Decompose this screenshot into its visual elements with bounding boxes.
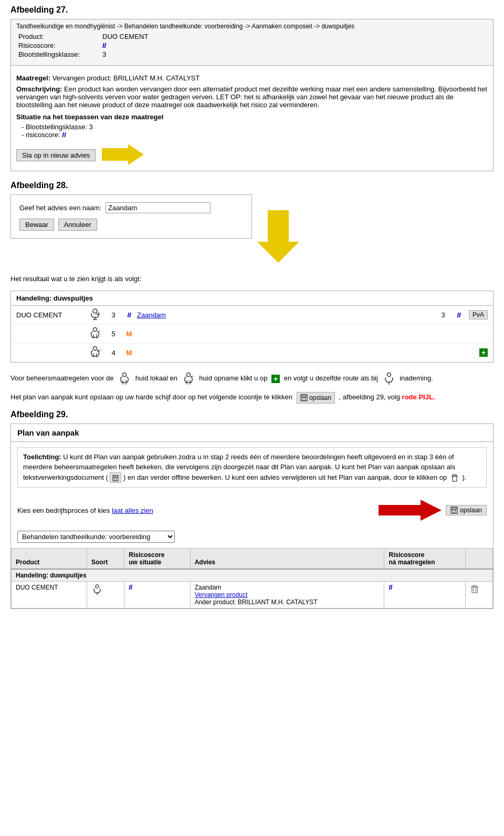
advies-link[interactable]: Vervangen product: [195, 591, 248, 598]
fig29-box: Plan van aanpak Toelichting: U kunt dit …: [10, 424, 494, 610]
omschrijving-text: Een product kan worden vervangen door ee…: [16, 85, 487, 109]
result-icon-3: [85, 346, 106, 360]
fig29-title: Afbeelding 29.: [10, 410, 494, 419]
main-container: Afbeelding 27. Tandheelkundige en mondhy…: [0, 0, 504, 622]
svg-point-2: [93, 309, 97, 313]
toelichting-save-icon: [110, 472, 121, 483]
plus-icon[interactable]: +: [479, 348, 488, 357]
plan-risico-na: II: [384, 582, 466, 608]
result-product-1: DUO CEMENT: [16, 311, 85, 319]
text-para-1-mid2: huid opname klikt u op: [199, 374, 267, 382]
omschrijving-label: Omschrijving:: [16, 85, 62, 93]
save-new-advies-button[interactable]: Sla op in nieuw advies: [16, 149, 96, 161]
result-num-1: 3: [106, 311, 121, 319]
th-advies: Advies: [190, 549, 384, 570]
yellow-arrow-down-left-container: [257, 210, 299, 264]
svg-point-8: [186, 373, 190, 376]
situation-item-1: Blootstellingsklasse: 3: [22, 123, 488, 131]
fig27-body: Maatregel: Vervangen product: BRILLIANT …: [11, 66, 493, 171]
bloot-value: 3: [100, 50, 488, 59]
result-row-2: 5 M: [11, 325, 493, 344]
bedrijfsproces-select[interactable]: Behandelen tandheelkunde: voorbereiding: [17, 531, 175, 543]
plan-table: Product Soort Risicoscoreuw situatie Adv…: [11, 548, 493, 608]
bewaar-button[interactable]: Bewaar: [19, 219, 54, 231]
advies-sub: Ander product: BRILLIANT M.H. CATALYST: [195, 598, 380, 606]
result-score-2: M: [121, 330, 137, 338]
fig27-box: Tandheelkundige en mondhygiënist -> Beha…: [10, 19, 494, 171]
fig27-info-table: Product: DUO CEMENT Risicoscore: II Bloo…: [16, 32, 488, 59]
text-para-2-highlight: rode PIJL.: [402, 393, 435, 401]
th-action: [466, 549, 493, 570]
fig29-header: Plan van aanpak: [11, 424, 493, 442]
svg-point-24: [96, 585, 99, 588]
inhale-icon-inline: [382, 372, 396, 386]
toelichting-text-2: ) en dan verder offline bewerken. U kunt…: [123, 473, 447, 481]
result-score2-1: II: [451, 311, 467, 319]
opslaan-disk-icon: [450, 507, 458, 514]
svg-rect-17: [453, 476, 457, 481]
fig28-name-row: Geef het advies een naam:: [19, 202, 243, 213]
product-label: Product:: [16, 32, 100, 41]
plan-product: DUO CEMENT: [12, 582, 87, 608]
result-icon-2: [85, 327, 106, 341]
result-score-1: II: [121, 311, 137, 319]
skin-local-icon: [89, 327, 101, 339]
situation-box: Situatie na het toepassen van deze maatr…: [16, 113, 488, 139]
text-para-2-start: Het plan van aanpak kunt opslaan op uw h…: [10, 393, 292, 401]
svg-marker-20: [379, 500, 442, 521]
plus-icon-inline: +: [271, 375, 280, 383]
risico-label: Risicoscore:: [16, 41, 100, 50]
skin-local-icon-inline: [118, 372, 131, 386]
pva-badge: PvA: [469, 310, 488, 319]
svg-rect-15: [114, 476, 118, 478]
maatregel-label: Maatregel:: [16, 74, 50, 82]
fig27-top: Tandheelkundige en mondhygiënist -> Beha…: [11, 19, 493, 66]
result-icon-1: [85, 308, 106, 322]
result-action-3: +: [467, 348, 488, 357]
toelichting-trash-icon: [450, 473, 459, 482]
text-para-1-start: Voor beheersmaatregelen voor de: [10, 374, 114, 382]
svg-rect-28: [473, 585, 476, 587]
fig28-title: Afbeelding 28.: [10, 181, 494, 190]
svg-rect-26: [472, 587, 477, 593]
fig28-label: Geef het advies een naam:: [19, 204, 101, 212]
fig29-kies-left: Kies een bedrijfsproces of kies laat all…: [17, 507, 153, 514]
text-para-2-end: , afbeelding 29, volg: [339, 393, 400, 401]
opslaan-btn[interactable]: opslaan: [446, 505, 487, 515]
laat-alles-zien-link[interactable]: laat alles zien: [112, 507, 153, 514]
result-intro: Het resultaat wat u te zien krijgt is al…: [10, 274, 494, 284]
situation-title: Situatie na het toepassen van deze maatr…: [16, 113, 488, 121]
result-action-1: PvA: [467, 310, 488, 319]
fig27-title: Afbeelding 27.: [10, 5, 494, 15]
trash-icon[interactable]: [470, 584, 479, 593]
fig29-toelichting: Toelichting: U kunt dit Plan van aanpak …: [17, 447, 487, 488]
svg-rect-22: [452, 507, 456, 510]
handeling-row: Handeling: duwspuitjes: [12, 569, 493, 582]
text-para-1-end2: inademing.: [400, 374, 433, 382]
result-score-3: M: [121, 349, 137, 357]
plan-risico: II: [124, 582, 190, 608]
annuleer-button[interactable]: Annuleer: [58, 219, 97, 231]
btn-row-fig27: Sla op in nieuw advies: [16, 144, 488, 167]
svg-rect-19: [453, 474, 456, 476]
fig28-box: Geef het advies een naam: Bewaar Annulee…: [10, 194, 252, 239]
result-name-1[interactable]: Zaandam: [137, 311, 435, 319]
th-risico-na: Risicoscorená maatregelen: [384, 549, 466, 570]
text-para-1-mid: huid lokaal en: [135, 374, 177, 382]
th-risico-uw: Risicoscoreuw situatie: [124, 549, 190, 570]
red-arrow-icon: [379, 497, 442, 523]
result-num2-1: 3: [435, 311, 451, 319]
yellow-arrow-down-left-icon: [257, 210, 299, 263]
risico-value: II: [102, 42, 106, 49]
fig29-kies-right: opslaan: [379, 497, 487, 523]
handeling-label: Handeling: duwspuitjes: [12, 569, 493, 582]
result-row-1: DUO CEMENT 3 II Zaandam 3 II PvA: [11, 306, 493, 325]
yellow-arrow-right-icon: [102, 144, 144, 167]
kies-text: Kies een bedrijfsproces of kies: [17, 507, 110, 514]
toelichting-label: Toelichting:: [23, 453, 61, 461]
svg-point-5: [93, 327, 97, 331]
advies-naam-input[interactable]: [106, 202, 211, 213]
opslaan-label: opslaan: [460, 507, 482, 514]
svg-marker-0: [102, 144, 144, 165]
situation-list: Blootstellingsklasse: 3 risicoscore: II: [16, 123, 488, 139]
